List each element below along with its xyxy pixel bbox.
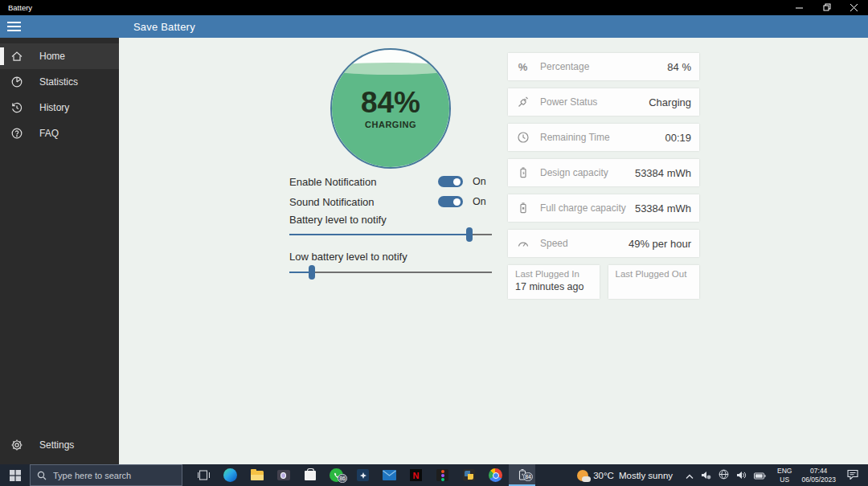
battery-full-icon xyxy=(516,202,530,215)
sidebar-item-faq[interactable]: FAQ xyxy=(0,120,119,146)
enable-notification-label: Enable Notification xyxy=(289,176,438,188)
stat-row-remaining-time: Remaining Time 00:19 xyxy=(508,124,699,151)
taskbar-app-battery-active[interactable]: 84 xyxy=(509,464,535,486)
netflix-icon: N xyxy=(410,469,422,481)
last-plugged-in-card: Last Plugged In 17 minutes ago xyxy=(508,265,600,299)
mail-icon xyxy=(383,470,396,480)
speedometer-icon xyxy=(516,237,530,251)
battery-app-badge: 84 xyxy=(523,472,533,481)
taskbar-app-netflix[interactable]: N xyxy=(403,464,429,486)
whatsapp-badge: 86 xyxy=(338,474,347,483)
low-battery-level-notify-label: Low battery level to notify xyxy=(289,251,407,263)
sidebar-item-statistics[interactable]: Statistics xyxy=(0,69,119,95)
taskbar-search-box[interactable] xyxy=(30,464,182,486)
weather-icon xyxy=(577,470,588,481)
home-icon xyxy=(10,50,23,63)
percent-icon: % xyxy=(516,60,530,74)
sidebar: Home Statistics History FAQ Settings xyxy=(0,38,119,464)
taskbar-app-file-explorer[interactable] xyxy=(244,464,270,486)
taskbar-app-chrome[interactable] xyxy=(482,464,509,486)
stat-value: 00:19 xyxy=(665,132,691,144)
hamburger-menu-button[interactable] xyxy=(0,22,39,31)
taskbar-app-python[interactable] xyxy=(456,464,482,486)
start-button[interactable] xyxy=(0,464,30,486)
clock-icon xyxy=(516,131,530,145)
taskbar-app-whatsapp[interactable]: 86 xyxy=(323,464,350,486)
search-input[interactable] xyxy=(53,471,166,480)
taskbar-weather[interactable]: 30°C Mostly sunny xyxy=(571,470,679,481)
enable-notification-toggle[interactable] xyxy=(438,176,463,187)
history-icon xyxy=(10,101,23,115)
store-icon xyxy=(305,471,316,480)
close-icon xyxy=(850,4,858,12)
slider-thumb[interactable] xyxy=(309,265,315,280)
taskbar-app-store[interactable] xyxy=(297,464,323,486)
sidebar-item-home[interactable]: Home xyxy=(0,43,119,69)
slider-fill xyxy=(289,234,469,235)
taskbar-clock[interactable]: 07:44 06/05/2023 xyxy=(796,467,841,484)
enable-notification-state: On xyxy=(473,176,492,187)
battery-design-icon xyxy=(516,166,530,180)
sidebar-item-settings[interactable]: Settings xyxy=(0,432,119,458)
window-title: Battery xyxy=(0,3,786,12)
stat-label: Power Status xyxy=(540,96,649,108)
figma-icon xyxy=(436,469,448,481)
clock-date: 06/05/2023 xyxy=(801,476,836,484)
restore-icon xyxy=(823,3,832,12)
stat-label: Remaining Time xyxy=(540,132,665,143)
last-plugged-out-card: Last Plugged Out xyxy=(608,265,700,299)
sidebar-item-label: Home xyxy=(39,51,65,62)
taskbar-app-task-view[interactable] xyxy=(190,464,217,486)
stat-value: Charging xyxy=(649,96,691,108)
chrome-icon xyxy=(489,468,502,482)
minimize-button[interactable] xyxy=(786,0,813,15)
tray-network-globe-icon[interactable] xyxy=(719,468,729,483)
plug-icon xyxy=(516,96,530,109)
stat-row-full-charge-capacity: Full charge capacity 53384 mWh xyxy=(508,194,699,222)
slider-thumb[interactable] xyxy=(466,227,473,242)
sound-notification-label: Sound Notification xyxy=(289,196,438,208)
toggle-knob xyxy=(453,178,461,186)
stat-row-speed: Speed 49% per hour xyxy=(508,230,699,257)
pie-chart-icon xyxy=(10,76,23,89)
stat-row-percentage: % Percentage 84 % xyxy=(508,53,699,80)
taskbar-app-figma[interactable] xyxy=(429,464,456,486)
sidebar-item-history[interactable]: History xyxy=(0,95,119,120)
last-plugged-in-label: Last Plugged In xyxy=(515,269,592,279)
taskbar-app-mail[interactable] xyxy=(376,464,403,486)
stat-row-design-capacity: Design capacity 53384 mWh xyxy=(508,159,699,186)
windows-logo-icon xyxy=(10,470,21,481)
stat-label: Percentage xyxy=(540,61,667,72)
gear-icon xyxy=(10,439,23,452)
app-header: Save Battery xyxy=(0,15,868,38)
sidebar-item-label: Statistics xyxy=(39,76,78,88)
main-content: 84% CHARGING Enable Notification On Soun… xyxy=(119,38,868,464)
sound-notification-toggle[interactable] xyxy=(438,196,463,207)
question-icon xyxy=(10,127,23,141)
battery-level-notify-slider[interactable] xyxy=(289,234,492,235)
taskbar: 86 N 84 xyxy=(0,464,868,486)
taskbar-app-photos[interactable] xyxy=(350,464,376,486)
close-button[interactable] xyxy=(841,0,868,15)
stat-value: 84 % xyxy=(667,61,691,73)
enable-notification-row: Enable Notification On xyxy=(289,174,492,189)
search-icon xyxy=(37,471,47,480)
tray-volume-icon[interactable] xyxy=(736,468,747,483)
camera-icon xyxy=(277,470,290,480)
taskbar-app-edge[interactable] xyxy=(217,464,244,486)
restore-button[interactable] xyxy=(813,0,841,15)
last-plugged-in-value: 17 minutes ago xyxy=(515,281,592,292)
action-center-button[interactable] xyxy=(841,468,868,483)
tray-battery-icon[interactable] xyxy=(754,468,766,483)
tray-audio-device-icon[interactable] xyxy=(701,468,711,483)
gauge-status-label: CHARGING xyxy=(365,120,416,129)
sound-notification-row: Sound Notification On xyxy=(289,194,492,209)
taskbar-language[interactable]: ENG US xyxy=(772,467,796,484)
taskbar-app-camera[interactable] xyxy=(270,464,297,486)
tray-chevron-up-icon[interactable] xyxy=(686,468,694,483)
stat-value: 49% per hour xyxy=(628,238,691,250)
stat-label: Design capacity xyxy=(540,167,635,178)
stat-label: Full charge capacity xyxy=(540,202,635,214)
low-battery-level-notify-slider[interactable] xyxy=(289,272,492,273)
photos-icon xyxy=(357,469,369,481)
